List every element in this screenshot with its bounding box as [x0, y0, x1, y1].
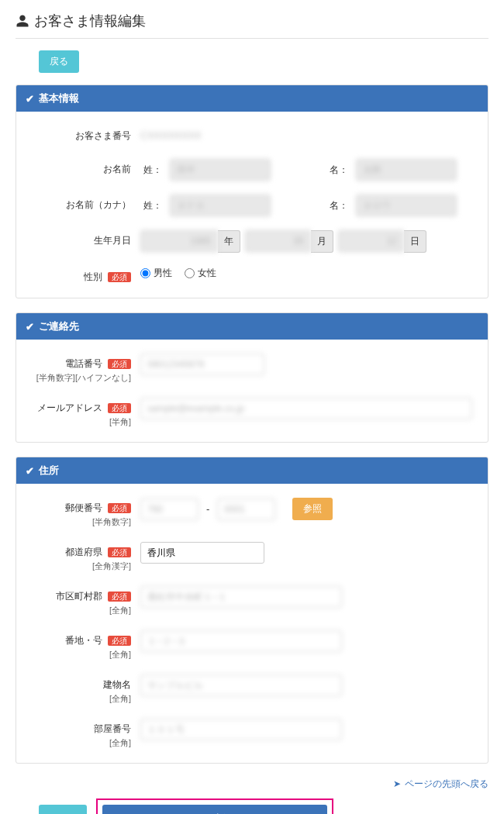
label-prefecture: 都道府県 必須 [全角漢字]: [32, 542, 140, 572]
input-sei[interactable]: [170, 159, 271, 181]
suffix-day: 日: [404, 230, 426, 253]
postal-dash: -: [203, 499, 212, 519]
input-phone[interactable]: [140, 354, 264, 375]
panel-address-header: ✔ 住所: [16, 457, 488, 484]
input-sei-kana[interactable]: [170, 195, 271, 216]
check-icon: ✔: [26, 93, 34, 105]
label-mei-kana: 名：: [326, 195, 351, 216]
label-sei: 姓：: [140, 160, 165, 181]
label-gender: 性別 必須: [32, 267, 140, 284]
label-city: 市区町村郡 必須 [全角]: [32, 586, 140, 616]
panel-contact-header: ✔ ご連絡先: [16, 313, 488, 340]
required-badge: 必須: [108, 503, 131, 513]
required-badge: 必須: [108, 636, 131, 646]
page-title: お客さま情報編集: [16, 12, 488, 39]
back-button-top[interactable]: 戻る: [39, 50, 79, 73]
top-link[interactable]: ➤ ページの先頭へ戻る: [393, 778, 488, 789]
label-mei: 名：: [326, 160, 351, 181]
required-badge: 必須: [108, 592, 131, 602]
lookup-button[interactable]: 参照: [292, 498, 333, 520]
required-badge: 必須: [108, 272, 131, 282]
label-room: 部屋番号 [全角]: [32, 719, 140, 749]
input-street[interactable]: [140, 630, 342, 652]
input-year[interactable]: [140, 230, 218, 252]
label-name-kana: お名前（カナ）: [32, 195, 140, 212]
label-customer-no: お客さま番号: [32, 126, 140, 143]
panel-contact: ✔ ご連絡先 電話番号 必須 [半角数字][ハイフンなし] メールアドレス 必須…: [16, 312, 488, 443]
input-email[interactable]: [140, 398, 472, 419]
label-street: 番地・号 必須 [全角]: [32, 630, 140, 661]
required-badge: 必須: [108, 547, 131, 557]
label-phone: 電話番号 必須 [半角数字][ハイフンなし]: [32, 354, 140, 384]
label-name: お名前: [32, 159, 140, 176]
label-postal: 郵便番号 必須 [半角数字]: [32, 498, 140, 528]
panel-basic: ✔ 基本情報 お客さま番号 CXXXXXXXX お名前 姓： 名： お名前（カナ…: [16, 85, 488, 298]
update-highlight: 更新: [96, 798, 333, 814]
arrow-up-icon: ➤: [393, 778, 401, 789]
input-city[interactable]: [140, 586, 342, 608]
panel-basic-header: ✔ 基本情報: [16, 85, 488, 112]
update-button[interactable]: 更新: [102, 805, 327, 814]
input-building[interactable]: [140, 674, 342, 696]
back-button-bottom[interactable]: 戻る: [39, 805, 87, 814]
input-day[interactable]: [338, 230, 404, 252]
radio-male[interactable]: 男性: [140, 267, 172, 280]
check-icon: ✔: [26, 321, 34, 333]
input-prefecture[interactable]: [140, 542, 264, 564]
label-email: メールアドレス 必須 [半角]: [32, 398, 140, 428]
person-icon: [16, 14, 29, 28]
input-mei[interactable]: [356, 159, 457, 181]
value-customer-no: CXXXXXXXX: [140, 126, 202, 145]
input-month[interactable]: [245, 230, 311, 252]
input-room[interactable]: [140, 719, 342, 740]
label-building: 建物名 [全角]: [32, 674, 140, 705]
radio-female[interactable]: 女性: [185, 267, 216, 280]
input-postal1[interactable]: [140, 498, 198, 520]
check-icon: ✔: [26, 465, 34, 477]
input-mei-kana[interactable]: [356, 195, 457, 216]
required-badge: 必須: [108, 403, 131, 413]
label-birthdate: 生年月日: [32, 230, 140, 247]
suffix-month: 月: [311, 230, 333, 253]
input-postal2[interactable]: [217, 498, 275, 520]
suffix-year: 年: [218, 230, 240, 253]
panel-address: ✔ 住所 郵便番号 必須 [半角数字] - 参照: [16, 457, 488, 764]
label-sei-kana: 姓：: [140, 195, 165, 216]
required-badge: 必須: [108, 359, 131, 369]
